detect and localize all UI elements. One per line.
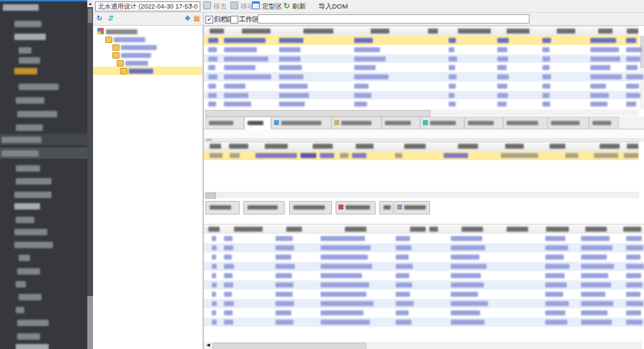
sidebar-item[interactable]: [19, 57, 40, 64]
column-header[interactable]: [429, 227, 438, 232]
sidebar-item[interactable]: [16, 97, 44, 104]
table-row[interactable]: [204, 308, 644, 318]
sidebar-item[interactable]: [14, 229, 47, 235]
tree-node-label[interactable]: [106, 29, 137, 34]
column-header[interactable]: [557, 29, 575, 34]
sidebar-scrollbar-thumb[interactable]: [88, 9, 92, 23]
bottom-hscroll-thumb[interactable]: [213, 343, 366, 349]
column-header[interactable]: [627, 144, 638, 149]
table-row[interactable]: [204, 271, 644, 280]
sidebar-item[interactable]: [16, 217, 34, 223]
table-row[interactable]: [204, 318, 644, 327]
column-header[interactable]: [371, 29, 389, 34]
sidebar-item[interactable]: [14, 192, 52, 198]
table-row[interactable]: [204, 243, 644, 252]
archive-checkbox[interactable]: ✔: [205, 16, 213, 24]
tree-refresh-icon[interactable]: ↻: [95, 14, 104, 23]
column-header[interactable]: [505, 144, 524, 149]
sidebar-item[interactable]: [3, 4, 39, 11]
middle-table-hscroll-thumb[interactable]: [205, 192, 216, 199]
sidebar-item[interactable]: [17, 333, 40, 340]
sidebar-item[interactable]: [14, 21, 42, 27]
table-row[interactable]: [204, 290, 644, 299]
tree-node-label[interactable]: [129, 69, 153, 74]
column-header[interactable]: [286, 227, 302, 232]
column-header[interactable]: [600, 144, 620, 149]
table-row[interactable]: [204, 262, 644, 271]
sidebar-item[interactable]: [16, 124, 43, 131]
column-header[interactable]: [303, 29, 333, 34]
sidebar-scrollbar-thumb-lower[interactable]: [87, 296, 93, 349]
column-header[interactable]: [410, 227, 426, 232]
sidebar-item[interactable]: [16, 307, 24, 313]
scroll-up-button[interactable]: ▲: [87, 0, 93, 7]
column-header[interactable]: [507, 29, 530, 34]
scroll-left-button[interactable]: ◄: [205, 342, 212, 349]
top-table-hscroll-thumb[interactable]: [205, 110, 431, 117]
table-row[interactable]: [204, 63, 639, 72]
column-header[interactable]: [265, 144, 288, 149]
tree-expand-icon[interactable]: ⇵: [107, 14, 115, 23]
tree-node-label[interactable]: [125, 61, 148, 66]
table-row[interactable]: [204, 252, 644, 262]
search-input[interactable]: [258, 14, 530, 24]
middle-table-hscroll-track[interactable]: [204, 192, 639, 198]
sidebar-item[interactable]: [14, 242, 53, 248]
tree-node-label[interactable]: [121, 45, 157, 50]
column-header[interactable]: [627, 29, 638, 34]
sidebar-item[interactable]: [14, 203, 40, 210]
sidebar-item[interactable]: [19, 255, 30, 261]
column-header[interactable]: [313, 144, 333, 149]
column-header[interactable]: [345, 227, 366, 232]
column-header[interactable]: [623, 227, 641, 232]
workspace-checkbox[interactable]: [230, 16, 238, 24]
table-row[interactable]: [204, 234, 644, 243]
sidebar-item[interactable]: [16, 165, 40, 172]
dataset-select[interactable]: 北水通用设计 (2022-04-30 17-53-0: [95, 1, 200, 11]
column-header[interactable]: [462, 227, 483, 232]
sidebar-item[interactable]: [19, 294, 42, 300]
column-header[interactable]: [208, 227, 220, 232]
column-header[interactable]: [404, 144, 426, 149]
table-row[interactable]: [204, 280, 644, 290]
sidebar-item-active[interactable]: [14, 68, 37, 74]
sidebar-item[interactable]: [19, 84, 59, 90]
sidebar-item[interactable]: [19, 47, 31, 54]
table-row[interactable]: [204, 82, 639, 91]
sidebar-item[interactable]: [17, 268, 40, 275]
sidebar-item[interactable]: [16, 178, 52, 185]
column-header[interactable]: [458, 144, 478, 149]
column-header[interactable]: [550, 144, 565, 149]
sidebar-item[interactable]: [14, 34, 46, 40]
sidebar-item[interactable]: [17, 320, 49, 326]
chevron-down-icon[interactable]: ▾: [190, 2, 192, 8]
sidebar-item[interactable]: [1, 150, 39, 157]
sidebar-item[interactable]: [16, 281, 26, 287]
refresh-button[interactable]: ↻刷新: [283, 1, 306, 11]
fixed-area-button[interactable]: 定型区: [252, 1, 283, 11]
column-header[interactable]: [242, 29, 270, 34]
table-row-selected[interactable]: [204, 36, 639, 45]
tree-locate-icon[interactable]: ❖: [183, 14, 192, 23]
column-header[interactable]: [210, 144, 221, 149]
table-row[interactable]: [204, 99, 639, 109]
column-header[interactable]: [210, 29, 224, 34]
sidebar-item[interactable]: [17, 111, 57, 117]
sidebar-item[interactable]: [1, 137, 42, 143]
import-dom-button[interactable]: 导入DOM: [318, 1, 348, 11]
column-header[interactable]: [598, 29, 613, 34]
column-header[interactable]: [507, 227, 528, 232]
tree-grid-icon[interactable]: ▦: [192, 14, 201, 23]
tree-node-label[interactable]: [121, 53, 151, 58]
column-header[interactable]: [458, 29, 491, 34]
column-header[interactable]: [356, 144, 374, 149]
table-row[interactable]: [204, 45, 639, 54]
column-header[interactable]: [428, 29, 438, 34]
column-header[interactable]: [546, 227, 569, 232]
column-header[interactable]: [585, 227, 607, 232]
move-out-button[interactable]: 移去: [203, 1, 227, 11]
column-header[interactable]: [234, 227, 263, 232]
tree-node-label[interactable]: [114, 37, 145, 42]
column-header[interactable]: [229, 144, 248, 149]
table-row[interactable]: [204, 299, 644, 308]
